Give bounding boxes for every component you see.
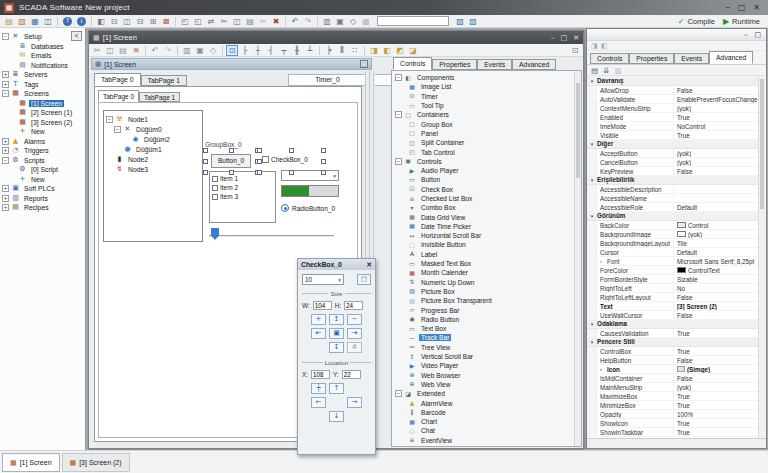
- size-both-icon[interactable]: ∷: [349, 45, 361, 56]
- property-value[interactable]: True: [673, 347, 759, 355]
- info-icon[interactable]: i: [77, 17, 86, 26]
- tree-item-soft-plcs[interactable]: +▣Soft PLCs: [0, 184, 85, 194]
- collapse-caret-icon[interactable]: ▾: [587, 176, 597, 184]
- toolbox-group-components[interactable]: −◧Components: [395, 73, 581, 82]
- layout-columns-icon[interactable]: ◫: [121, 16, 133, 27]
- properties-tab-properties[interactable]: Properties: [629, 53, 674, 64]
- property-value[interactable]: (yok): [673, 158, 759, 166]
- tree-item-triggers[interactable]: +◔Triggers: [0, 146, 85, 156]
- outer-tab-tabpage-0[interactable]: TabPage 0: [94, 73, 141, 86]
- property-value[interactable]: Default: [673, 203, 759, 211]
- property-row-maximizebox[interactable]: MaximizeBoxTrue: [587, 392, 759, 401]
- toolbox-item-check-box[interactable]: ☑Check Box: [395, 185, 581, 194]
- inner-tab-tabpage-0[interactable]: TabPage 0: [98, 90, 139, 102]
- selection-handle[interactable]: [321, 159, 326, 164]
- toolbox-item-combo-box[interactable]: ▾Combo Box: [395, 203, 581, 212]
- float-window-icon[interactable]: ⊡: [569, 45, 581, 56]
- references-icon[interactable]: ◇: [347, 16, 359, 27]
- undo-icon[interactable]: ↶: [289, 16, 301, 27]
- maximize-button[interactable]: □: [738, 1, 746, 15]
- toolbox-item-video-player[interactable]: ▶Video Player: [395, 361, 581, 370]
- toolbox-item-web-browser[interactable]: ⊕Web Browser: [395, 371, 581, 380]
- toolbox-tab-controls[interactable]: Controls: [393, 57, 432, 70]
- toolbox-item-picture-box[interactable]: ▨Picture Box: [395, 287, 581, 296]
- toolbox-tab-advanced[interactable]: Advanced: [512, 59, 556, 70]
- import-icon[interactable]: ▧: [16, 16, 28, 27]
- cut-icon[interactable]: ✂: [218, 16, 230, 27]
- collapse-caret-icon[interactable]: ▾: [587, 212, 597, 220]
- expander-icon[interactable]: +: [2, 138, 9, 145]
- form-document-title-bar[interactable]: ▦ [1] Screen □: [91, 58, 372, 70]
- new-project-icon[interactable]: ▤: [3, 16, 15, 27]
- grid-step-select[interactable]: 10 ▾: [302, 274, 344, 285]
- properties-tab-events[interactable]: Events: [674, 53, 709, 64]
- toolbox-item-numeric-up-down[interactable]: ⇅Numeric Up Down: [395, 278, 581, 287]
- tree-item-düğüm2[interactable]: ◉Düğüm2: [104, 134, 202, 144]
- tree-item-new[interactable]: +New: [0, 127, 85, 137]
- property-value[interactable]: Default: [673, 248, 759, 256]
- property-value[interactable]: Sizable: [673, 275, 759, 283]
- toolbox-item-tool-tip[interactable]: ▭Tool Tip: [395, 101, 581, 110]
- tray-item-timer-0[interactable]: Timer_0: [288, 74, 367, 86]
- property-pages-icon[interactable]: ▥: [614, 66, 621, 75]
- grid-icon[interactable]: ▦: [360, 16, 372, 27]
- send-back-icon[interactable]: ▣: [194, 45, 206, 56]
- property-value[interactable]: False: [673, 311, 759, 319]
- undo-icon[interactable]: ↶: [149, 45, 161, 56]
- collapse-caret-icon[interactable]: ▾: [587, 140, 597, 148]
- tree-item-recipes[interactable]: +▤Recipes: [0, 203, 85, 213]
- selection-handle[interactable]: [289, 148, 294, 153]
- sidebar-collapse-button[interactable]: <: [71, 31, 82, 41]
- tree-item-düğüm0[interactable]: −✕Düğüm0: [104, 124, 202, 134]
- snap-grid-icon[interactable]: ⊡: [226, 45, 238, 56]
- layer-1-icon[interactable]: ◨: [591, 42, 598, 50]
- property-value[interactable]: False: [673, 293, 759, 301]
- publish-icon[interactable]: ▥: [321, 16, 333, 27]
- property-value[interactable]: [673, 194, 759, 202]
- property-value[interactable]: False: [673, 356, 759, 364]
- toolbox-item-web-view[interactable]: ⊕Web View: [395, 380, 581, 389]
- property-row-righttoleft[interactable]: RightToLeftNo: [587, 284, 759, 293]
- property-row-controlbox[interactable]: ControlBoxTrue: [587, 347, 759, 356]
- property-row-allowdrop[interactable]: AllowDropFalse: [587, 86, 759, 95]
- size-fit-button[interactable]: ▣: [329, 328, 344, 339]
- inner-tab-tabpage-1[interactable]: TabPage 1: [139, 92, 180, 102]
- expander-icon[interactable]: +: [2, 81, 9, 88]
- expander-icon[interactable]: −: [2, 157, 9, 164]
- property-value[interactable]: True: [673, 329, 759, 337]
- x-field[interactable]: [311, 370, 330, 379]
- move-down-button[interactable]: ↓: [329, 411, 344, 422]
- toolbox-item-track-bar[interactable]: —Track Bar: [395, 333, 581, 342]
- tree-item-3-screen-2[interactable]: ▦[3] Screen (2): [0, 118, 85, 128]
- palette-close-icon[interactable]: ✕: [366, 261, 372, 269]
- toolbox-item-masked-text-box[interactable]: ▭Masked Text Box: [395, 259, 581, 268]
- size-increase-button[interactable]: +: [311, 314, 326, 325]
- property-value[interactable]: EnablePreventFocusChange: [673, 95, 759, 103]
- property-value[interactable]: True: [673, 428, 759, 436]
- toolbox-item-radio-button[interactable]: ◉Radio Button: [395, 315, 581, 324]
- property-row-helpbutton[interactable]: HelpButtonFalse: [587, 356, 759, 365]
- property-row-usewaitcursor[interactable]: UseWaitCursorFalse: [587, 311, 759, 320]
- property-row-enabled[interactable]: EnabledTrue: [587, 113, 759, 122]
- toolbox-group-extended[interactable]: −◪Extended: [395, 389, 581, 398]
- toolbox-item-eventview[interactable]: ≡EventView: [395, 436, 581, 445]
- height-field[interactable]: [344, 301, 363, 310]
- tree-item-tags[interactable]: +TTags: [0, 80, 85, 90]
- toolbox-item-horizontal-scroll-bar[interactable]: ↔Horizontal Scroll Bar: [395, 231, 581, 240]
- toolbox-item-panel[interactable]: □Panel: [395, 129, 581, 138]
- redo-icon[interactable]: ↷: [162, 45, 174, 56]
- taskbar-tab-3-screen-2[interactable]: ▦[3] Screen (2): [62, 453, 130, 472]
- layer-backward-icon[interactable]: ◩: [394, 45, 406, 56]
- paste-icon[interactable]: ▤: [117, 45, 129, 56]
- tree-item-databases[interactable]: ≣Databases: [0, 42, 85, 52]
- trackbar-control[interactable]: [209, 227, 334, 243]
- toolbox-item-label[interactable]: ALabel: [395, 250, 581, 259]
- redo-icon[interactable]: ↷: [302, 16, 314, 27]
- property-row-cursor[interactable]: CursorDefault: [587, 248, 759, 257]
- button-control[interactable]: Button_0: [211, 154, 251, 168]
- property-row-font[interactable]: ›FontMicrosoft Sans Serif; 8,25pt: [587, 257, 759, 266]
- collapse-caret-icon[interactable]: ▾: [587, 77, 597, 85]
- toolbox-scrollbar[interactable]: [574, 71, 581, 446]
- property-value[interactable]: (yok): [673, 383, 759, 391]
- checkbox-control[interactable]: CheckBox_0: [262, 156, 308, 163]
